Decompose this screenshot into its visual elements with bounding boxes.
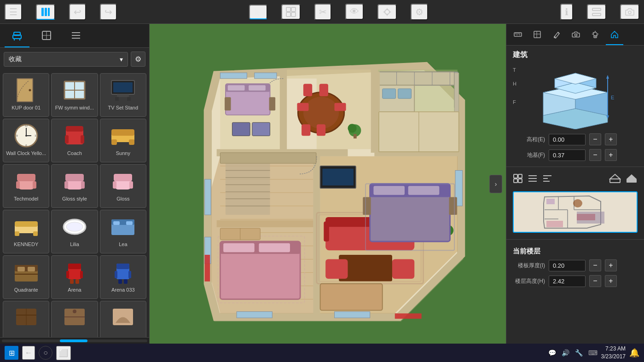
floor-height-minus[interactable]: −: [589, 275, 601, 287]
item-misc2[interactable]: [51, 301, 98, 337]
item-lea[interactable]: Lea: [100, 210, 146, 253]
item-label-quadrante: Quadrante: [14, 287, 38, 293]
scroll-track[interactable]: [2, 339, 147, 342]
group-button[interactable]: [281, 4, 301, 20]
floor-thickness-label: 楼板厚度(I): [513, 262, 545, 270]
foundation-input[interactable]: [549, 149, 586, 161]
roof-outline-icon[interactable]: [609, 173, 621, 186]
item-tv-stand[interactable]: TV Set Stand: [100, 73, 146, 117]
item-wall-clock[interactable]: 12369 Wall Clock Yello...: [3, 119, 49, 162]
taskbar: ⊞ ← ○ ⬜ 💬 🔊 🔧 ⌨ 7:23 AM 3/23/2017 🔔: [0, 344, 644, 362]
floor-thickness-minus[interactable]: −: [589, 259, 601, 271]
svg-rect-122: [237, 312, 272, 318]
view-icon-2[interactable]: [528, 173, 538, 186]
tab-furniture[interactable]: [5, 27, 29, 47]
svg-rect-235: [514, 179, 517, 183]
scroll-thumb[interactable]: [60, 339, 87, 342]
gear-button[interactable]: ⚙: [411, 4, 428, 20]
svg-marker-245: [627, 174, 637, 179]
scissors-button[interactable]: ✂: [314, 4, 331, 20]
right-tab-light[interactable]: [586, 27, 604, 45]
floor-thickness-plus[interactable]: +: [605, 259, 617, 271]
select-button[interactable]: [249, 5, 267, 19]
right-tab-construct[interactable]: [528, 27, 546, 45]
foundation-minus[interactable]: −: [589, 149, 601, 161]
svg-rect-201: [395, 313, 422, 319]
right-tab-camera3[interactable]: [567, 27, 585, 45]
elevation-minus[interactable]: −: [589, 133, 601, 145]
svg-point-144: [348, 124, 356, 132]
svg-rect-72: [17, 267, 25, 271]
volume-icon[interactable]: 🔊: [562, 349, 569, 356]
item-gloss[interactable]: Gloss: [100, 164, 146, 208]
eye-button[interactable]: 👁: [345, 4, 364, 20]
move-button[interactable]: [377, 4, 397, 20]
svg-point-211: [554, 36, 556, 38]
right-tab-paint[interactable]: [548, 27, 565, 45]
center-canvas[interactable]: ›: [150, 24, 506, 344]
floor-thickness-row: 楼板厚度(I) − +: [506, 258, 644, 273]
svg-rect-172: [322, 169, 354, 186]
top-toolbar: ☰ ↩ ↪ ✂ 👁 ⚙ ℹ: [0, 0, 644, 24]
svg-rect-6: [286, 12, 290, 17]
foundation-plus[interactable]: +: [605, 149, 617, 161]
library-button[interactable]: [36, 4, 55, 20]
item-arena[interactable]: Arena: [51, 255, 98, 299]
item-misc1[interactable]: [3, 301, 49, 337]
item-coach[interactable]: Coach: [51, 119, 98, 162]
item-misc3[interactable]: [100, 301, 146, 337]
item-arena033[interactable]: Arena 033: [100, 255, 146, 299]
svg-rect-129: [228, 85, 245, 91]
start-button[interactable]: ⊞: [5, 346, 18, 360]
roof-filled-icon[interactable]: [626, 173, 638, 186]
right-tab-home[interactable]: [606, 27, 623, 45]
search-button[interactable]: ○: [39, 346, 52, 360]
category-dropdown[interactable]: 收藏 ▾: [4, 52, 128, 67]
view-icon-3[interactable]: [542, 173, 552, 186]
floor-thickness-input[interactable]: [549, 260, 586, 271]
item-gloss-style[interactable]: Gloss style: [51, 164, 98, 208]
notification-icon[interactable]: 🔔: [629, 348, 639, 358]
redo-button[interactable]: ↪: [100, 4, 117, 20]
floor-height-plus[interactable]: +: [605, 275, 617, 287]
item-lilia[interactable]: Lilia: [51, 210, 98, 253]
tab-materials[interactable]: [34, 27, 59, 47]
svg-rect-69: [126, 221, 133, 225]
view-icon-1[interactable]: [513, 173, 523, 186]
mini-floorplan[interactable]: [513, 191, 638, 233]
info-button[interactable]: ℹ: [560, 4, 573, 20]
tab-list[interactable]: [64, 27, 88, 47]
elevation-plus[interactable]: +: [605, 133, 617, 145]
svg-marker-243: [610, 174, 620, 179]
svg-rect-133: [232, 122, 250, 136]
back-button[interactable]: ←: [22, 346, 35, 360]
settings-button[interactable]: ⚙: [131, 52, 145, 67]
svg-rect-200: [205, 255, 210, 282]
floor-height-input[interactable]: [549, 276, 586, 287]
svg-rect-50: [16, 181, 20, 189]
task-view-button[interactable]: ⬜: [56, 346, 71, 360]
item-sunny[interactable]: Sunny: [100, 119, 146, 162]
item-fw-window[interactable]: FW symm wind...: [51, 73, 98, 117]
item-label-fw-window: FW symm wind...: [55, 105, 94, 111]
item-kup-door[interactable]: KUP door 01: [3, 73, 49, 117]
network-icon[interactable]: 🔧: [575, 349, 583, 356]
item-kennedy[interactable]: KENNEDY: [3, 210, 49, 253]
menu-button[interactable]: ☰: [5, 4, 22, 20]
chat-icon[interactable]: 💬: [548, 349, 556, 356]
svg-rect-137: [303, 84, 312, 96]
svg-point-65: [66, 222, 83, 231]
item-techmodel[interactable]: Techmodel: [3, 164, 49, 208]
keyboard-icon[interactable]: ⌨: [588, 349, 598, 356]
item-quadrante[interactable]: Quadrante: [3, 255, 49, 299]
clock: 7:23 AM 3/23/2017: [601, 345, 626, 361]
svg-rect-57: [114, 174, 132, 181]
svg-rect-168: [392, 259, 414, 279]
elevation-input[interactable]: [549, 134, 586, 145]
right-tab-ruler[interactable]: [509, 27, 527, 45]
svg-rect-0: [41, 8, 44, 16]
camera-button[interactable]: [620, 4, 639, 20]
undo-button[interactable]: ↩: [69, 4, 86, 20]
floors-button[interactable]: [587, 4, 606, 20]
canvas-expand-button[interactable]: ›: [489, 175, 502, 193]
